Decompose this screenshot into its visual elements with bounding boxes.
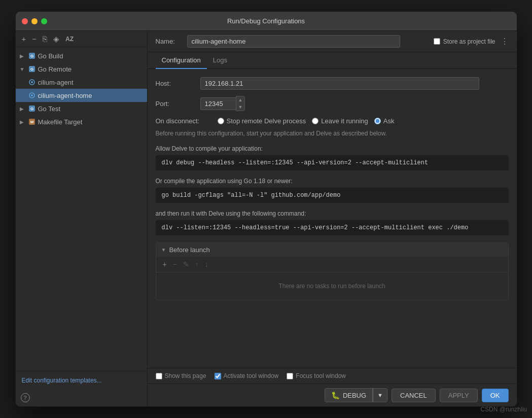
help-icon[interactable]: ? <box>21 393 30 402</box>
makefile-label: Makefile Target <box>38 118 83 126</box>
remove-config-button[interactable]: − <box>30 34 39 44</box>
before-launch-remove-button[interactable]: − <box>171 260 179 269</box>
sidebar-item-cilium-agent[interactable]: cilium-agent <box>16 76 147 89</box>
radio-ask-text: Ask <box>383 117 395 125</box>
port-increment-button[interactable]: ▲ <box>236 96 245 103</box>
edit-templates-link[interactable]: Edit configuration templates... <box>22 377 102 384</box>
makefile-arrow: ▶ <box>20 119 26 125</box>
radio-stop-label[interactable]: Stop remote Delve process <box>218 117 306 125</box>
sidebar: + − ⎘ ◈ AZ ▶ G Go Build <box>16 31 148 406</box>
then-run-label: and then run it with Delve using the fol… <box>156 210 509 217</box>
radio-leave-text: Leave it running <box>321 117 368 125</box>
store-project-label: Store as project file <box>443 38 495 45</box>
store-project-more-icon[interactable]: ⋮ <box>501 37 509 46</box>
svg-text:G: G <box>30 54 33 58</box>
before-launch-label: Before launch <box>169 246 209 254</box>
apply-button[interactable]: APPLY <box>440 389 478 402</box>
disconnect-row: On disconnect: Stop remote Delve process… <box>156 117 509 125</box>
cilium-agent-label: cilium-agent <box>38 79 74 86</box>
close-traffic-light[interactable] <box>22 18 28 24</box>
traffic-lights <box>22 18 47 24</box>
before-launch-down-button[interactable]: ↓ <box>203 260 210 269</box>
sidebar-tree: ▶ G Go Build ▼ G <box>16 47 147 371</box>
host-input[interactable] <box>200 77 479 90</box>
sidebar-item-cilium-agent-home[interactable]: cilium-agent-home <box>16 89 147 102</box>
name-label: Name: <box>156 38 181 45</box>
debug-label: DEBUG <box>343 392 366 399</box>
radio-ask-label[interactable]: Ask <box>374 117 395 125</box>
port-decrement-button[interactable]: ▼ <box>236 103 245 111</box>
or-compile-section: Or compile the application using Go 1.18… <box>156 178 509 203</box>
config-header: Name: Store as project file ⋮ <box>148 31 517 52</box>
makefile-icon: M <box>28 118 36 126</box>
allow-delve-section: Allow Delve to compile your application:… <box>156 145 509 170</box>
radio-stop[interactable] <box>218 118 224 124</box>
activate-tool-checkbox[interactable] <box>215 373 221 379</box>
radio-leave-label[interactable]: Leave it running <box>312 117 368 125</box>
port-input[interactable] <box>200 97 236 110</box>
store-project-checkbox[interactable] <box>434 38 440 45</box>
window-title: Run/Debug Configurations <box>227 17 305 25</box>
svg-point-7 <box>31 94 33 96</box>
before-launch-section: ▼ Before launch + − ✎ ↑ ↓ There are no t… <box>156 242 509 300</box>
before-launch-header[interactable]: ▼ Before launch <box>156 243 508 257</box>
show-page-checkbox[interactable] <box>156 373 162 379</box>
go-build-icon: G <box>28 52 36 60</box>
debug-dropdown-button[interactable]: ▼ <box>373 388 387 402</box>
run-debug-configurations-window: Run/Debug Configurations + − ⎘ ◈ AZ ▶ G <box>15 11 517 407</box>
folder-config-button[interactable]: ◈ <box>51 34 61 44</box>
before-launch-toolbar: + − ✎ ↑ ↓ <box>156 257 508 272</box>
store-project-container: Store as project file ⋮ <box>434 37 509 46</box>
before-launch-edit-button[interactable]: ✎ <box>182 260 191 269</box>
show-page-option[interactable]: Show this page <box>156 372 206 379</box>
port-spinner-buttons: ▲ ▼ <box>236 96 245 111</box>
tab-logs[interactable]: Logs <box>207 52 233 69</box>
radio-leave[interactable] <box>312 118 318 124</box>
then-run-section: and then run it with Delve using the fol… <box>156 210 509 235</box>
sidebar-item-go-remote[interactable]: ▼ G Go Remote <box>16 62 147 76</box>
config-panel: Name: Store as project file ⋮ Configurat… <box>148 31 517 406</box>
minimize-traffic-light[interactable] <box>31 18 38 24</box>
debug-button[interactable]: 🐛 DEBUG <box>325 388 373 402</box>
svg-text:G: G <box>30 67 33 72</box>
svg-point-5 <box>31 81 33 83</box>
go-test-icon: G <box>28 104 36 113</box>
sidebar-item-makefile-target[interactable]: ▶ M Makefile Target <box>16 115 147 128</box>
radio-ask[interactable] <box>374 118 381 124</box>
focus-tool-option[interactable]: Focus tool window <box>287 372 346 379</box>
before-launch-up-button[interactable]: ↑ <box>194 260 200 269</box>
focus-tool-checkbox[interactable] <box>287 373 293 379</box>
port-row: Port: ▲ ▼ <box>156 96 509 111</box>
activate-tool-option[interactable]: Activate tool window <box>215 372 279 379</box>
sidebar-bottom: ? <box>16 389 147 406</box>
sidebar-item-go-test[interactable]: ▶ G Go Test <box>16 102 147 115</box>
go-build-label: Go Build <box>38 52 63 60</box>
sidebar-footer: Edit configuration templates... <box>16 371 147 389</box>
activate-tool-label: Activate tool window <box>224 372 279 379</box>
name-input[interactable] <box>187 35 400 48</box>
titlebar: Run/Debug Configurations <box>16 12 517 31</box>
show-page-label: Show this page <box>165 372 206 379</box>
cilium-agent-home-label: cilium-agent-home <box>38 92 92 99</box>
port-label: Port: <box>156 100 196 108</box>
go-test-arrow: ▶ <box>20 106 26 112</box>
sort-config-button[interactable]: AZ <box>63 35 76 43</box>
debug-bug-icon: 🐛 <box>331 391 340 399</box>
maximize-traffic-light[interactable] <box>41 18 47 24</box>
focus-tool-label: Focus tool window <box>296 372 346 379</box>
add-config-button[interactable]: + <box>20 34 28 44</box>
copy-config-button[interactable]: ⎘ <box>41 34 49 44</box>
before-launch-add-button[interactable]: + <box>161 260 168 269</box>
svg-text:G: G <box>30 107 33 111</box>
cancel-button[interactable]: CANCEL <box>392 389 436 402</box>
watermark: CSDN @runzhliu <box>480 406 527 413</box>
sidebar-item-go-build[interactable]: ▶ G Go Build <box>16 49 147 62</box>
cilium-agent-home-icon <box>28 91 36 99</box>
tab-configuration[interactable]: Configuration <box>156 52 207 69</box>
host-row: Host: <box>156 77 509 90</box>
svg-text:M: M <box>30 120 33 124</box>
ok-button[interactable]: OK <box>482 389 509 402</box>
then-run-cmd: dlv --listen=:12345 --headless=true --ap… <box>156 220 509 235</box>
radio-stop-text: Stop remote Delve process <box>227 117 306 125</box>
info-text: Before running this configuration, start… <box>156 129 509 138</box>
